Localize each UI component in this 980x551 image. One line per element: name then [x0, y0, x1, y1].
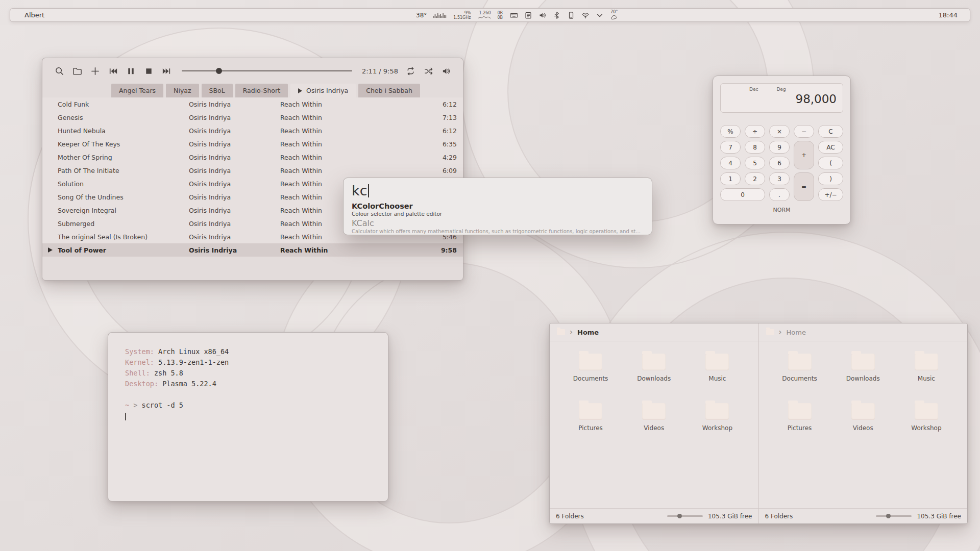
breadcrumb-home[interactable]: Home: [577, 329, 599, 336]
add-button[interactable]: [89, 65, 101, 77]
calc-key-percent[interactable]: %: [720, 125, 741, 138]
pause-button[interactable]: [125, 65, 136, 77]
folder-icon: [705, 354, 729, 370]
phone-icon[interactable]: [567, 11, 575, 19]
folder-item-pictures[interactable]: Pictures: [578, 403, 603, 453]
track-row[interactable]: Tool of PowerOsiris IndriyaReach Within9…: [42, 243, 463, 257]
result-name: KColorChooser: [352, 202, 644, 211]
playlist-tab-angel-tears[interactable]: Angel Tears: [111, 84, 163, 97]
zoom-slider[interactable]: [876, 515, 912, 517]
repeat-button[interactable]: [405, 65, 416, 77]
next-track-button[interactable]: [161, 65, 172, 77]
calc-key-digit-8[interactable]: 8: [745, 141, 765, 154]
zoom-slider-handle[interactable]: [886, 514, 891, 518]
playlist-tab-niyaz[interactable]: Niyaz: [166, 84, 199, 97]
volume-icon[interactable]: [538, 11, 547, 19]
bluetooth-icon[interactable]: [552, 11, 561, 19]
folder-icon: [851, 403, 875, 420]
breadcrumb-home[interactable]: Home: [787, 329, 806, 336]
track-artist: Osiris Indriya: [189, 114, 280, 121]
calc-key-plus-minus[interactable]: +/−: [818, 188, 843, 201]
calc-key-open-paren[interactable]: (: [818, 157, 843, 169]
track-row[interactable]: Path Of The InitiateOsiris IndriyaReach …: [42, 164, 463, 177]
seek-slider[interactable]: [182, 65, 352, 77]
folder-item-videos[interactable]: Videos: [851, 403, 875, 453]
track-row[interactable]: GenesisOsiris IndriyaReach Within7:13: [42, 111, 463, 124]
folder-item-pictures[interactable]: Pictures: [788, 403, 812, 453]
launcher-result[interactable]: KCalcCalculator which offers many mathem…: [352, 219, 644, 235]
track-artist: Osiris Indriya: [189, 207, 280, 214]
track-artist: Osiris Indriya: [189, 220, 280, 228]
calc-key-clear[interactable]: C: [818, 125, 843, 138]
calc-key-digit-1[interactable]: 1: [720, 172, 741, 185]
tab-label: Niyaz: [174, 87, 191, 94]
calc-key-digit-7[interactable]: 7: [720, 141, 741, 154]
launcher-result[interactable]: KColorChooserColour selector and palette…: [352, 202, 644, 217]
calc-key-digit-2[interactable]: 2: [745, 172, 765, 185]
playlist-tab-sbol[interactable]: SBoL: [202, 84, 233, 97]
chevron-down-icon[interactable]: [595, 11, 604, 19]
playlist-tab-osiris-indriya[interactable]: Osiris Indriya: [290, 84, 356, 97]
tab-label: Cheb i Sabbah: [366, 87, 412, 94]
calc-key-all-clear[interactable]: AC: [818, 141, 843, 154]
calc-key-decimal-point[interactable]: .: [769, 188, 790, 201]
progress-handle[interactable]: [216, 68, 222, 74]
calc-key-digit-6[interactable]: 6: [769, 157, 790, 169]
calc-key-digit-3[interactable]: 3: [769, 172, 790, 185]
zoom-slider[interactable]: [667, 515, 703, 517]
track-artist: Osiris Indriya: [189, 101, 280, 108]
calc-key-digit-5[interactable]: 5: [745, 157, 765, 169]
calc-key-close-paren[interactable]: ): [818, 172, 843, 185]
folder-item-workshop[interactable]: Workshop: [702, 403, 732, 453]
folder-item-documents[interactable]: Documents: [573, 354, 608, 403]
volume-button[interactable]: [440, 65, 452, 77]
folder-item-downloads[interactable]: Downloads: [637, 354, 671, 403]
calc-key-digit-4[interactable]: 4: [720, 157, 741, 169]
launcher-input[interactable]: kc: [352, 181, 644, 200]
keyboard-icon[interactable]: [509, 11, 518, 19]
wifi-icon[interactable]: [581, 11, 590, 19]
playlist-tab-radio-short[interactable]: Radio-Short: [235, 84, 288, 97]
file-pane-1: ›HomeDocumentsDownloadsMusicPicturesVide…: [550, 323, 758, 523]
folder-icon: [851, 354, 875, 370]
terminal-output[interactable]: System: Arch Linux x86_64Kernel: 5.13.9-…: [108, 333, 388, 435]
folder-item-downloads[interactable]: Downloads: [846, 354, 880, 403]
track-title: Sovereign Integral: [58, 207, 189, 214]
open-folder-button[interactable]: [71, 65, 83, 77]
folder-label: Videos: [644, 424, 664, 432]
track-row[interactable]: Keeper Of The KeysOsiris IndriyaReach Wi…: [42, 137, 463, 151]
calc-result: 98,000: [727, 92, 837, 106]
weather-widget[interactable]: 70°: [610, 10, 618, 20]
clipboard-icon[interactable]: [524, 11, 532, 19]
shuffle-button[interactable]: [423, 65, 434, 77]
calc-key-equals[interactable]: =: [794, 172, 814, 201]
folder-item-music[interactable]: Music: [705, 354, 729, 403]
folder-label: Pictures: [578, 424, 603, 432]
calc-key-plus[interactable]: +: [794, 141, 814, 169]
folder-icon: [642, 403, 666, 420]
file-pane-2: ›HomeDocumentsDownloadsMusicPicturesVide…: [758, 323, 968, 523]
folder-icon: [915, 403, 938, 420]
folder-item-documents[interactable]: Documents: [782, 354, 817, 403]
calc-key-multiply[interactable]: ×: [769, 125, 790, 138]
folder-item-workshop[interactable]: Workshop: [911, 403, 941, 453]
terminal-label: System:: [125, 347, 154, 356]
calc-key-divide[interactable]: ÷: [745, 125, 765, 138]
track-row[interactable]: Mother Of SpringOsiris IndriyaReach With…: [42, 151, 463, 164]
track-row[interactable]: Hunted NebulaOsiris IndriyaReach Within6…: [42, 124, 463, 137]
search-button[interactable]: [54, 65, 65, 77]
playing-track-icon: [48, 247, 53, 253]
calc-key-digit-9[interactable]: 9: [769, 141, 790, 154]
calc-key-minus[interactable]: −: [794, 125, 814, 138]
result-name: KCalc: [352, 219, 644, 228]
track-row[interactable]: Cold FunkOsiris IndriyaReach Within6:12: [42, 97, 463, 111]
folder-item-videos[interactable]: Videos: [642, 403, 666, 453]
folder-label: Downloads: [846, 375, 880, 382]
calc-key-digit-0[interactable]: 0: [720, 188, 765, 201]
folder-item-music[interactable]: Music: [915, 354, 938, 403]
playlist-tab-cheb-i-sabbah[interactable]: Cheb i Sabbah: [358, 84, 420, 97]
pane-status-bar: 6 Folders105.3 GiB free: [759, 508, 968, 523]
zoom-slider-handle[interactable]: [677, 514, 682, 518]
previous-track-button[interactable]: [107, 65, 118, 77]
stop-button[interactable]: [143, 65, 154, 77]
